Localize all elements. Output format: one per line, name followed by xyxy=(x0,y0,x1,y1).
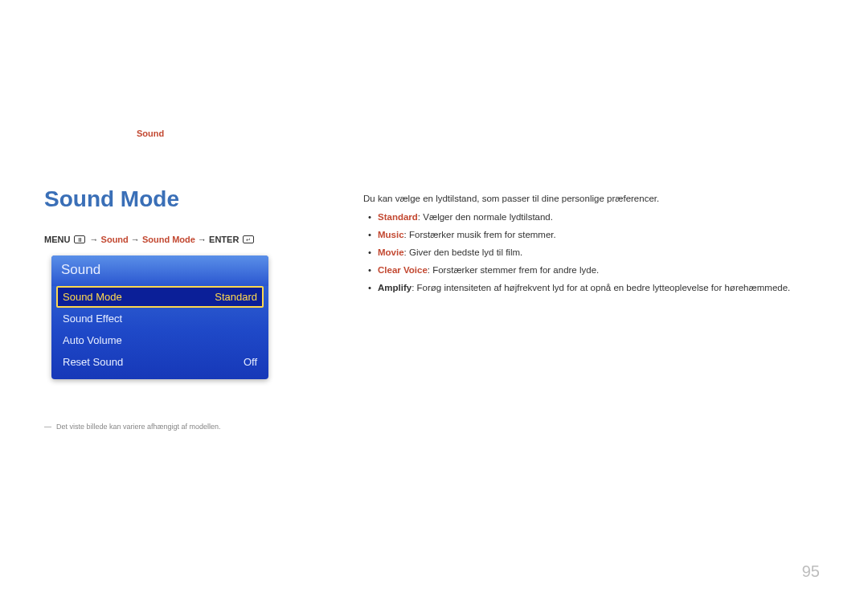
desc-text: : Forøg intensiteten af højfrekvent lyd … xyxy=(411,283,790,292)
enter-icon: ↵ xyxy=(243,235,254,243)
footnote-text: Det viste billede kan variere afhængigt … xyxy=(56,423,221,431)
desc-term: Amplify xyxy=(378,283,411,292)
desc-list: Standard: Vælger den normale lydtilstand… xyxy=(363,210,821,296)
osd-label: Reset Sound xyxy=(63,356,123,368)
breadcrumb-sound-mode: Sound Mode xyxy=(142,235,195,244)
osd-row-sound-effect[interactable]: Sound Effect xyxy=(56,308,264,329)
footnote: ―Det viste billede kan variere afhængigt… xyxy=(44,423,221,431)
desc-item-clear-voice: Clear Voice: Forstærker stemmer frem for… xyxy=(363,263,821,278)
breadcrumb-sound: Sound xyxy=(101,235,129,244)
desc-term: Standard xyxy=(378,212,418,222)
page-number: 95 xyxy=(802,562,820,581)
desc-term: Movie xyxy=(378,247,404,257)
section-title: Sound Mode xyxy=(44,186,179,212)
desc-item-music: Music: Forstærker musik frem for stemmer… xyxy=(363,227,821,243)
page-root: Sound Sound Mode MENU Ⅲ → Sound → Sound … xyxy=(0,0,868,613)
osd-panel: Sound Sound Mode Standard Sound Effect A… xyxy=(51,255,268,379)
desc-item-amplify: Amplify: Forøg intensiteten af højfrekve… xyxy=(363,280,821,296)
description-block: Du kan vælge en lydtilstand, som passer … xyxy=(363,191,821,298)
breadcrumb-arrow-1: → xyxy=(90,235,101,244)
osd-row-reset-sound[interactable]: Reset Sound Off xyxy=(56,351,264,373)
breadcrumb-arrow-2: → xyxy=(131,235,142,244)
desc-item-movie: Movie: Giver den bedste lyd til film. xyxy=(363,245,821,260)
osd-list: Sound Mode Standard Sound Effect Auto Vo… xyxy=(51,286,268,379)
breadcrumb-arrow-3: → xyxy=(198,235,209,244)
desc-item-standard: Standard: Vælger den normale lydtilstand… xyxy=(363,210,821,225)
desc-text: : Forstærker stemmer frem for andre lyde… xyxy=(428,265,599,275)
desc-text: : Giver den bedste lyd til film. xyxy=(404,247,523,257)
osd-row-auto-volume[interactable]: Auto Volume xyxy=(56,329,264,351)
osd-label: Sound Effect xyxy=(63,313,122,325)
footnote-dash: ― xyxy=(44,423,51,431)
breadcrumb-enter: ENTER xyxy=(209,235,239,244)
desc-intro: Du kan vælge en lydtilstand, som passer … xyxy=(363,191,821,206)
osd-value: Standard xyxy=(215,291,257,303)
osd-header: Sound xyxy=(51,255,268,286)
osd-row-sound-mode[interactable]: Sound Mode Standard xyxy=(56,286,264,308)
breadcrumb: MENU Ⅲ → Sound → Sound Mode → ENTER ↵ xyxy=(44,235,256,244)
desc-text: : Vælger den normale lydtilstand. xyxy=(418,212,553,222)
osd-label: Sound Mode xyxy=(63,291,122,303)
desc-term: Clear Voice xyxy=(378,265,428,275)
breadcrumb-menu: MENU xyxy=(44,235,70,244)
osd-label: Auto Volume xyxy=(63,334,122,346)
desc-term: Music xyxy=(378,230,404,239)
chapter-label: Sound xyxy=(137,129,164,138)
menu-icon: Ⅲ xyxy=(74,235,85,243)
desc-text: : Forstærker musik frem for stemmer. xyxy=(404,230,556,239)
osd-value: Off xyxy=(244,356,257,368)
